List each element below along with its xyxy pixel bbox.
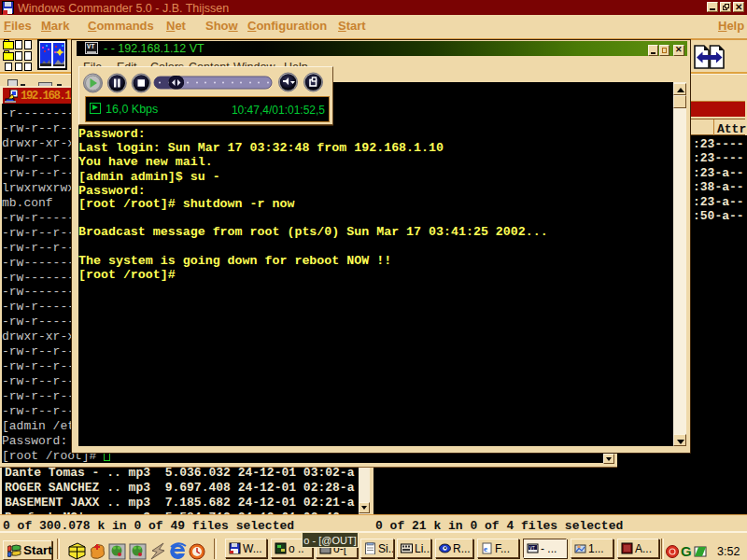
- svg-text:VT: VT: [529, 546, 535, 551]
- svg-text:e: e: [484, 544, 487, 553]
- svg-text:G: G: [681, 544, 692, 559]
